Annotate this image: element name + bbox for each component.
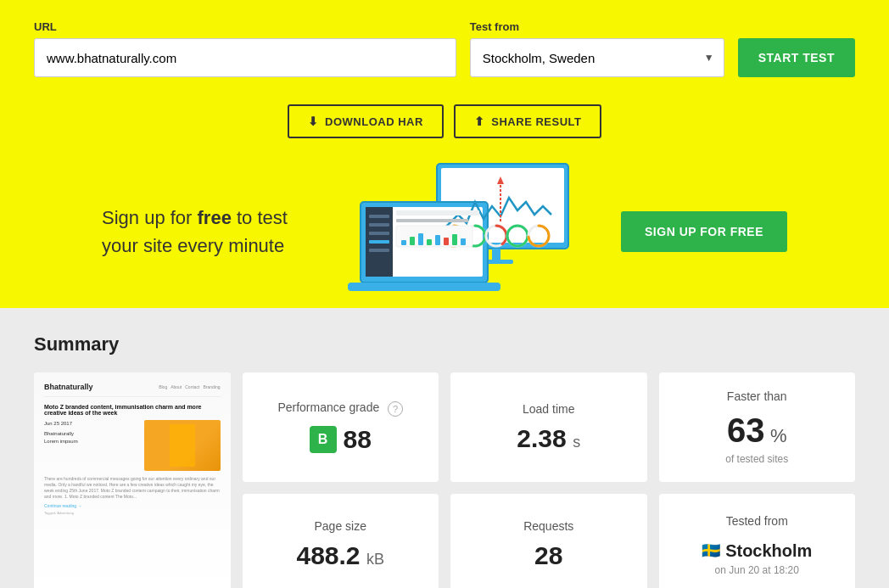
requests-label: Requests: [523, 519, 573, 533]
test-from-select[interactable]: Stockholm, Sweden London, UK New York, U…: [470, 38, 724, 77]
performance-value: 88: [344, 425, 372, 454]
download-har-label: DOWNLOAD HAR: [325, 115, 423, 128]
sweden-flag-icon: 🇸🇪: [702, 541, 720, 560]
url-input[interactable]: [34, 38, 456, 77]
test-from-group: Test from Stockholm, Sweden London, UK N…: [470, 20, 724, 77]
promo-free-bold: free: [198, 207, 232, 228]
page-size-value: 488.2: [296, 541, 360, 569]
tested-from-date: on Jun 20 at 18:20: [715, 564, 799, 576]
svg-rect-24: [369, 249, 389, 252]
page-size-label: Page size: [315, 519, 366, 533]
promo-illustration: [335, 155, 573, 308]
faster-than-card: Faster than 63 % of tested sites: [659, 372, 856, 482]
download-icon: [308, 115, 319, 128]
url-group: URL: [34, 20, 456, 77]
page-size-unit: kB: [366, 551, 384, 568]
screenshot-card: Bhatnaturally BlogAboutContactBranding M…: [34, 372, 231, 588]
faster-than-sub: of tested sites: [725, 453, 788, 465]
load-time-value-row: 2.38 s: [517, 424, 580, 453]
share-result-button[interactable]: SHARE RESULT: [454, 104, 602, 138]
promo-banner: Sign up for free to testyour site every …: [34, 138, 855, 308]
tested-from-label: Tested from: [726, 514, 788, 528]
cards-grid: Bhatnaturally BlogAboutContactBranding M…: [34, 372, 855, 588]
load-time-label: Load time: [523, 402, 574, 416]
performance-grade-card: Performance grade ? B 88: [243, 372, 439, 482]
header-section: URL Test from Stockholm, Sweden London, …: [0, 0, 889, 308]
svg-rect-2: [492, 249, 500, 261]
test-from-wrapper: Stockholm, Sweden London, UK New York, U…: [470, 38, 724, 77]
requests-value: 28: [534, 541, 562, 570]
svg-rect-6: [348, 283, 500, 291]
svg-rect-29: [410, 237, 415, 245]
faster-than-value-row: 63 %: [727, 412, 787, 450]
load-time-card: Load time 2.38 s: [450, 372, 647, 482]
tested-from-card: Tested from 🇸🇪 Stockholm on Jun 20 at 18…: [659, 494, 856, 588]
svg-rect-21: [369, 223, 389, 227]
tested-from-row: 🇸🇪 Stockholm: [702, 541, 812, 561]
svg-rect-20: [369, 215, 389, 218]
svg-rect-33: [444, 238, 449, 245]
faster-than-value: 63: [727, 412, 765, 449]
url-row: URL Test from Stockholm, Sweden London, …: [34, 20, 855, 77]
svg-rect-34: [452, 234, 457, 245]
signup-free-button[interactable]: SIGN UP FOR FREE: [621, 211, 787, 252]
svg-rect-25: [396, 210, 479, 216]
svg-rect-23: [369, 240, 389, 244]
svg-rect-22: [369, 232, 389, 235]
url-label: URL: [34, 20, 456, 33]
grade-row: B 88: [310, 425, 372, 454]
faster-than-label: Faster than: [727, 389, 787, 403]
svg-rect-32: [435, 235, 440, 245]
page-size-value-row: 488.2 kB: [296, 541, 384, 570]
promo-illustration-svg: [335, 155, 573, 308]
site-screenshot: Bhatnaturally BlogAboutContactBranding M…: [34, 372, 231, 588]
svg-rect-31: [427, 239, 432, 245]
page-size-card: Page size 488.2 kB: [243, 494, 439, 588]
promo-text: Sign up for free to testyour site every …: [102, 204, 288, 260]
summary-section: Summary Bhatnaturally BlogAboutContactBr…: [0, 308, 889, 588]
download-har-button[interactable]: DOWNLOAD HAR: [288, 104, 444, 138]
svg-rect-26: [396, 219, 468, 222]
share-result-label: SHARE RESULT: [491, 115, 581, 128]
help-icon[interactable]: ?: [388, 401, 403, 417]
svg-rect-28: [401, 240, 406, 245]
svg-rect-35: [461, 238, 466, 245]
requests-card: Requests 28: [450, 494, 647, 588]
load-time-unit: s: [573, 434, 580, 451]
load-time-value: 2.38: [517, 424, 566, 452]
tested-from-city: Stockholm: [725, 541, 812, 561]
share-icon: [474, 115, 485, 128]
svg-rect-30: [418, 233, 423, 245]
start-test-button[interactable]: START TEST: [738, 38, 855, 77]
summary-title: Summary: [34, 333, 855, 356]
performance-grade-label: Performance grade ?: [277, 400, 403, 416]
grade-badge: B: [310, 426, 337, 453]
faster-than-unit: %: [770, 425, 787, 446]
action-buttons-row: DOWNLOAD HAR SHARE RESULT: [34, 91, 855, 138]
test-from-label: Test from: [470, 20, 724, 33]
